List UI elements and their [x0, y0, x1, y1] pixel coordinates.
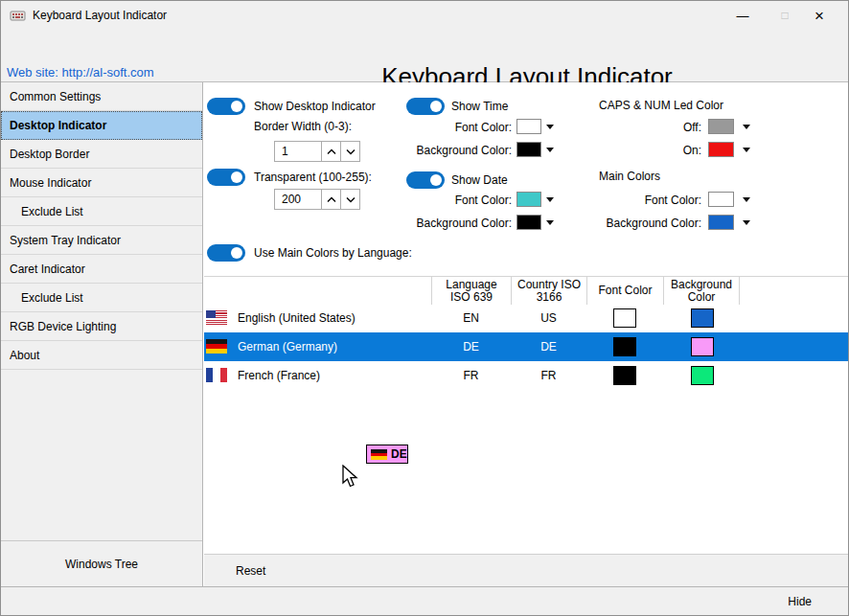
time-background-color-label: Background Color: — [368, 142, 512, 159]
language-name: French (France) — [238, 361, 320, 390]
us-flag-icon — [206, 310, 227, 325]
reset-button[interactable]: Reset — [204, 554, 849, 586]
main-font-color-dropdown-icon[interactable] — [743, 197, 750, 202]
row-background-color-swatch[interactable] — [691, 366, 714, 385]
french-flag-icon — [206, 368, 227, 382]
date-font-color-swatch[interactable] — [516, 192, 541, 207]
app-header: Web site: http://al-soft.com Telegram: t… — [1, 31, 848, 82]
language-iso-value: FR — [431, 361, 511, 390]
transparent-value[interactable]: 200 — [275, 190, 321, 209]
reset-label: Reset — [236, 555, 265, 587]
row-background-color-swatch[interactable] — [691, 337, 714, 356]
table-row-german[interactable]: German (Germany) DE DE — [204, 332, 849, 361]
table-header: Language ISO 639 Country ISO 3166 Font C… — [204, 276, 849, 304]
mouse-cursor — [342, 465, 361, 490]
windows-tree-button[interactable]: Windows Tree — [1, 540, 202, 586]
column-font-color: Font Color — [586, 277, 663, 305]
website-link[interactable]: Web site: http://al-soft.com — [7, 65, 154, 80]
border-width-value[interactable]: 1 — [275, 142, 321, 161]
main-font-color-label: Font Color: — [577, 192, 701, 209]
main-background-color-dropdown-icon[interactable] — [743, 220, 750, 225]
main-font-color-swatch[interactable] — [708, 192, 734, 207]
indicator-preview: DE — [366, 445, 408, 464]
keyboard-app-icon — [10, 8, 26, 24]
border-width-label: Border Width (0-3): — [254, 118, 352, 135]
german-flag-icon — [206, 339, 227, 354]
sidebar-item-mouse-indicator[interactable]: Mouse Indicator — [1, 169, 202, 197]
caps-num-title: CAPS & NUM Led Color — [599, 98, 723, 113]
led-on-color-swatch[interactable] — [708, 142, 734, 157]
transparent-down-icon[interactable] — [340, 190, 359, 209]
title-bar: Keyboard Layout Indicator — □ × — [1, 1, 848, 31]
sidebar-item-desktop-indicator[interactable]: Desktop Indicator — [1, 111, 202, 140]
led-on-dropdown-icon[interactable] — [743, 148, 750, 152]
time-font-color-label: Font Color: — [368, 119, 512, 136]
bottom-bar: Hide — [1, 586, 848, 616]
main-background-color-swatch[interactable] — [708, 215, 734, 230]
window-title: Keyboard Layout Indicator — [33, 1, 167, 31]
sidebar-item-exclude-list-caret[interactable]: Exclude List — [1, 284, 202, 312]
main-panel: Show Desktop Indicator Border Width (0-3… — [204, 82, 849, 586]
date-font-color-dropdown-icon[interactable] — [546, 197, 554, 202]
country-iso-value: DE — [511, 332, 586, 361]
row-font-color-swatch[interactable] — [613, 337, 636, 356]
date-background-color-dropdown-icon[interactable] — [546, 220, 554, 225]
indicator-preview-label: DE — [391, 447, 407, 461]
country-iso-value: US — [511, 304, 586, 332]
language-name: German (Germany) — [238, 332, 337, 361]
main-background-color-label: Background Color: — [577, 215, 701, 232]
use-main-colors-label: Use Main Colors by Language: — [254, 244, 412, 262]
language-name: English (United States) — [238, 304, 356, 332]
led-off-label: Off: — [577, 119, 701, 136]
close-icon[interactable]: × — [798, 1, 840, 31]
table-row-french[interactable]: French (France) FR FR — [204, 361, 849, 390]
border-width-down-icon[interactable] — [340, 142, 359, 161]
border-width-up-icon[interactable] — [321, 142, 340, 161]
minimize-icon[interactable]: — — [722, 1, 764, 31]
country-iso-value: FR — [511, 361, 586, 390]
table-row-english[interactable]: English (United States) EN US — [204, 304, 849, 332]
date-font-color-label: Font Color: — [368, 192, 512, 209]
transparent-stepper[interactable]: 200 — [274, 189, 360, 210]
time-font-color-dropdown-icon[interactable] — [546, 125, 554, 129]
transparent-label: Transparent (100-255): — [254, 169, 372, 186]
row-font-color-swatch[interactable] — [613, 308, 636, 328]
time-background-color-dropdown-icon[interactable] — [546, 148, 554, 152]
hide-button[interactable]: Hide — [788, 587, 812, 616]
sidebar-item-common-settings[interactable]: Common Settings — [1, 82, 202, 111]
language-iso-value: DE — [431, 332, 511, 361]
app-window: Keyboard Layout Indicator — □ × Web site… — [0, 0, 849, 616]
sidebar-item-desktop-border[interactable]: Desktop Border — [1, 140, 202, 169]
led-off-color-swatch[interactable] — [708, 119, 734, 134]
column-country-iso: Country ISO 3166 — [511, 277, 586, 305]
sidebar: Common Settings Desktop Indicator Deskto… — [1, 82, 203, 586]
show-date-toggle[interactable] — [406, 171, 445, 189]
led-on-label: On: — [577, 142, 701, 159]
time-background-color-swatch[interactable] — [516, 142, 541, 157]
show-desktop-indicator-toggle[interactable] — [207, 98, 245, 115]
column-language-iso: Language ISO 639 — [431, 277, 511, 305]
transparent-up-icon[interactable] — [321, 190, 340, 209]
date-background-color-swatch[interactable] — [516, 215, 541, 230]
row-background-color-swatch[interactable] — [691, 308, 714, 328]
use-main-colors-toggle[interactable] — [207, 244, 245, 262]
sidebar-item-exclude-list-mouse[interactable]: Exclude List — [1, 197, 202, 226]
border-width-stepper[interactable]: 1 — [274, 141, 360, 162]
show-time-toggle[interactable] — [406, 98, 445, 115]
show-date-label: Show Date — [451, 171, 508, 189]
show-desktop-indicator-label: Show Desktop Indicator — [254, 98, 376, 115]
date-background-color-label: Background Color: — [368, 215, 512, 232]
sidebar-item-rgb-device-lighting[interactable]: RGB Device Lighting — [1, 312, 202, 341]
time-font-color-swatch[interactable] — [516, 119, 541, 134]
show-time-label: Show Time — [451, 98, 508, 115]
language-iso-value: EN — [431, 304, 511, 332]
column-background-color: Background Color — [663, 277, 740, 305]
sidebar-item-caret-indicator[interactable]: Caret Indicator — [1, 255, 202, 284]
main-colors-title: Main Colors — [599, 169, 660, 184]
led-off-dropdown-icon[interactable] — [743, 125, 750, 129]
row-font-color-swatch[interactable] — [613, 366, 636, 385]
sidebar-item-about[interactable]: About — [1, 341, 202, 370]
german-flag-icon — [371, 449, 387, 460]
sidebar-item-system-tray-indicator[interactable]: System Tray Indicator — [1, 226, 202, 255]
transparent-toggle[interactable] — [207, 169, 245, 186]
